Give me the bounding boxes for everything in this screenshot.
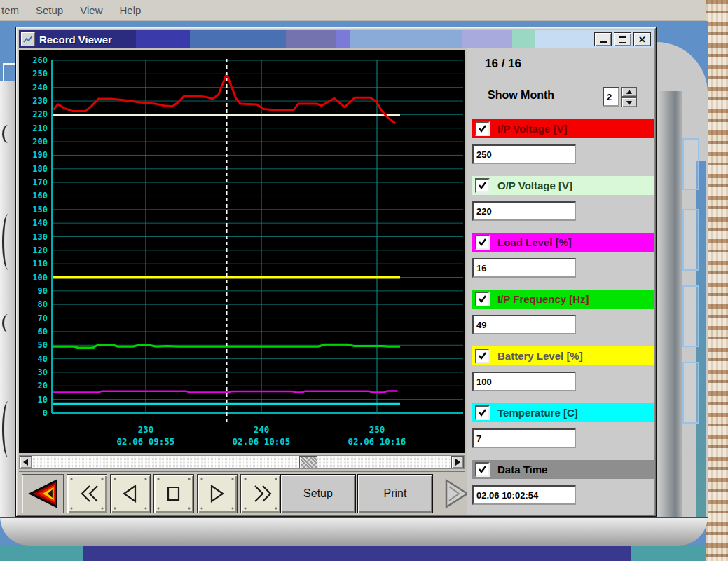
- check-icon: [478, 408, 487, 417]
- device-bezel-bottom: I/P Frequency [Hz]Temperature [C]Battery…: [0, 517, 708, 546]
- stop-button[interactable]: [153, 474, 194, 513]
- channel-checkbox-data-time[interactable]: [475, 462, 490, 477]
- print-button[interactable]: Print: [357, 474, 433, 513]
- play-reverse-button[interactable]: [22, 474, 64, 513]
- channel-value-battery-level[interactable]: [472, 372, 576, 391]
- channel-panel: 16 / 16 Show Month I/P Voltage [V]O/P Vo…: [467, 48, 654, 515]
- svg-text:10: 10: [38, 395, 48, 405]
- channel-value-data-time[interactable]: [472, 485, 576, 505]
- spin-down-button[interactable]: [621, 97, 637, 107]
- channel-label-o-p-voltage-v: O/P Voltage [V]: [497, 180, 572, 191]
- background-button: [682, 209, 699, 271]
- chart-scrollbar[interactable]: [19, 455, 465, 469]
- channel-checkbox-battery-level[interactable]: [475, 349, 490, 363]
- arrow-left-icon: [20, 459, 28, 466]
- channel-label-i-p-frequency-hz: I/P Frequency [Hz]: [497, 293, 589, 305]
- channel-checkbox-temperature-c[interactable]: [475, 405, 490, 420]
- svg-text:230: 230: [138, 424, 154, 435]
- bezel-screw-arc: [2, 401, 14, 457]
- background-button: [682, 138, 699, 190]
- channel-value-temperature-c[interactable]: [472, 428, 576, 448]
- show-month-input[interactable]: [603, 87, 619, 107]
- channel-checkbox-i-p-frequency-hz[interactable]: [475, 292, 490, 306]
- check-icon: [478, 181, 487, 190]
- menu-item-view[interactable]: View: [80, 4, 102, 16]
- show-month-label: Show Month: [488, 89, 554, 102]
- spin-up-button[interactable]: [621, 87, 637, 97]
- channel-checkbox-load-level[interactable]: [475, 235, 490, 250]
- channel-checkbox-o-p-voltage-v[interactable]: [475, 178, 490, 193]
- bezel-screw-arc: [2, 125, 14, 143]
- step-back-button[interactable]: [110, 474, 151, 513]
- seek-last-button[interactable]: [240, 474, 281, 513]
- menu-item-setup[interactable]: Setup: [36, 4, 63, 16]
- maximize-button[interactable]: [614, 32, 631, 46]
- svg-text:250: 250: [32, 69, 48, 79]
- svg-text:0: 0: [43, 408, 48, 418]
- minimize-button[interactable]: [594, 32, 612, 46]
- svg-text:02.06 09:55: 02.06 09:55: [117, 436, 175, 447]
- minimize-icon: [600, 41, 607, 43]
- check-icon: [478, 124, 487, 133]
- scroll-left-button[interactable]: [20, 456, 32, 468]
- svg-text:40: 40: [38, 354, 48, 364]
- channel-bar-o-p-voltage-v: O/P Voltage [V]: [472, 176, 654, 195]
- background-corner: [0, 545, 83, 561]
- svg-text:60: 60: [38, 327, 48, 337]
- scrollbar-thumb[interactable]: [299, 456, 317, 468]
- channel-label-load-level: Load Level [%]: [497, 236, 572, 248]
- svg-text:130: 130: [32, 232, 48, 242]
- svg-text:120: 120: [32, 245, 48, 255]
- channel-label-temperature-c: Temperature [C]: [497, 407, 578, 419]
- svg-text:02.06 10:05: 02.06 10:05: [233, 436, 291, 447]
- step-forward-button[interactable]: [197, 474, 238, 513]
- channel-bar-data-time: Data Time: [472, 460, 654, 479]
- stop-icon: [159, 480, 188, 508]
- channel-checkbox-i-p-voltage-v[interactable]: [475, 121, 490, 136]
- record-counter: 16 / 16: [485, 57, 521, 71]
- step-forward-icon: [202, 480, 232, 508]
- svg-text:02.06 10:16: 02.06 10:16: [348, 436, 406, 447]
- app-chart-icon: [21, 32, 35, 46]
- svg-text:140: 140: [32, 218, 48, 228]
- setup-button[interactable]: Setup: [280, 474, 356, 513]
- channel-bar-temperature-c: Temperature [C]: [472, 403, 654, 422]
- svg-text:230: 230: [32, 96, 48, 106]
- menu-item-tem[interactable]: tem: [1, 4, 19, 16]
- check-icon: [478, 465, 487, 474]
- channel-value-o-p-voltage-v[interactable]: [472, 201, 576, 221]
- titlebar[interactable]: Record Viewer ✕: [19, 30, 654, 48]
- channel-value-i-p-voltage-v[interactable]: [472, 144, 576, 164]
- svg-text:50: 50: [38, 340, 48, 350]
- channel-value-i-p-frequency-hz[interactable]: [472, 315, 576, 334]
- svg-text:20: 20: [38, 381, 48, 391]
- close-button[interactable]: ✕: [633, 32, 651, 46]
- arrow-up-icon: [626, 87, 632, 94]
- menu-item-help[interactable]: Help: [119, 4, 141, 16]
- check-icon: [478, 295, 487, 304]
- svg-text:110: 110: [32, 259, 48, 269]
- svg-text:90: 90: [38, 286, 48, 296]
- svg-text:180: 180: [32, 164, 48, 174]
- channel-value-load-level[interactable]: [472, 258, 576, 278]
- svg-text:240: 240: [254, 424, 270, 435]
- scroll-right-button[interactable]: [451, 456, 464, 468]
- channel-label-battery-level: Battery Level [%]: [497, 350, 583, 362]
- seek-first-button[interactable]: [67, 474, 107, 513]
- check-icon: [478, 238, 487, 247]
- step-back-icon: [116, 480, 145, 508]
- svg-text:70: 70: [38, 313, 48, 323]
- toolbar: Setup Print: [19, 471, 465, 515]
- maximize-icon: [619, 36, 626, 43]
- seek-first-icon: [72, 480, 102, 508]
- svg-text:240: 240: [32, 83, 48, 93]
- record-viewer-window: Record Viewer ✕ 010203040506070809010011…: [15, 27, 657, 517]
- background-button: [682, 285, 699, 347]
- svg-text:170: 170: [32, 177, 48, 187]
- background-bottom-strip: [0, 545, 706, 561]
- record-chart[interactable]: 0102030405060708090100110120130140150160…: [19, 50, 465, 453]
- bezel-shadow: [659, 91, 682, 517]
- channel-bar-load-level: Load Level [%]: [472, 233, 654, 252]
- svg-text:30: 30: [38, 367, 48, 377]
- svg-text:100: 100: [32, 273, 48, 283]
